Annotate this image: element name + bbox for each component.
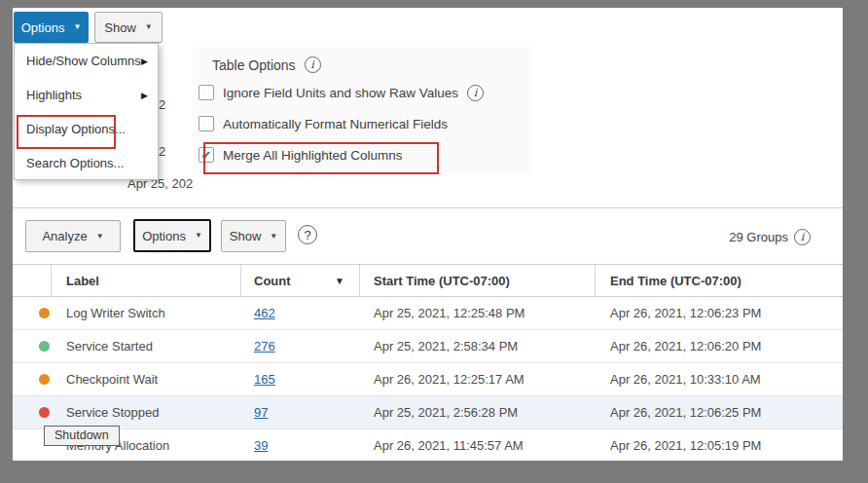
menu-item-label: Hide/Show Columns [26, 54, 141, 68]
table-options-title: Table Options [212, 57, 296, 73]
checkbox-merge-columns[interactable] [199, 147, 214, 163]
cell-label: Service Started [66, 330, 153, 362]
table-row[interactable]: Log Writer Switch462Apr 25, 2021, 12:25:… [13, 297, 843, 330]
menu-item-label: Display Options... [26, 122, 126, 136]
table-row[interactable]: Memory Allocation39Apr 26, 2021, 11:45:5… [13, 429, 843, 461]
checkbox-ignore-field-units[interactable] [199, 85, 214, 100]
sort-descending-icon[interactable]: ▼ [335, 265, 344, 297]
info-icon[interactable]: i [305, 56, 321, 73]
column-header-start-time[interactable]: Start Time (UTC-07:00) [374, 265, 510, 297]
groups-count-label: 29 Groups [729, 230, 788, 244]
options-button-top[interactable]: Options ▼ [14, 12, 89, 43]
count-link[interactable]: 462 [254, 297, 275, 329]
status-dot-icon [39, 374, 50, 385]
table-options-title-row: Table Options i [212, 56, 321, 73]
tooltip: Shutdown [44, 426, 120, 446]
option-row-ignore-field-units: Ignore Field Units and show Raw Values i [199, 84, 484, 101]
table-row[interactable]: Service Stopped97Apr 25, 2021, 2:56:28 P… [13, 396, 843, 429]
info-icon[interactable]: i [467, 85, 484, 101]
analyze-button[interactable]: Analyze ▼ [25, 220, 121, 252]
checkbox-auto-format[interactable] [199, 116, 214, 131]
table-row[interactable]: Service Started276Apr 25, 2021, 2:58:34 … [13, 330, 843, 363]
submenu-arrow-icon: ▶ [141, 91, 148, 100]
cell-start-time: Apr 25, 2021, 2:56:28 PM [374, 396, 518, 428]
table-show-button-label: Show [230, 229, 262, 243]
cell-end-time: Apr 26, 2021, 12:05:19 PM [610, 429, 761, 461]
cell-start-time: Apr 26, 2021, 11:45:57 AM [374, 429, 524, 461]
checkbox-label: Automatically Format Numerical Fields [223, 117, 448, 131]
table-header-row: Label Count ▼ Start Time (UTC-07:00) End… [13, 264, 843, 297]
menu-item-label: Highlights [26, 88, 82, 102]
cell-start-time: Apr 25, 2021, 2:58:34 PM [374, 330, 518, 362]
table-row[interactable]: Checkpoint Wait165Apr 26, 2021, 12:25:17… [13, 363, 843, 396]
cell-end-time: Apr 26, 2021, 12:06:20 PM [610, 330, 761, 362]
table-show-button[interactable]: Show ▼ [221, 220, 286, 252]
analyze-button-label: Analyze [42, 229, 87, 243]
checkbox-label: Ignore Field Units and show Raw Values [223, 86, 458, 100]
screenshot-frame: Options ▼ Show ▼ 2 2 Apr 25, 202 Hide/Sh… [0, 0, 868, 483]
option-row-merge-columns: Merge All Highlighted Columns [199, 146, 403, 164]
column-header-end-time[interactable]: End Time (UTC-07:00) [610, 265, 741, 297]
cell-start-time: Apr 26, 2021, 12:25:17 AM [374, 363, 524, 395]
help-icon[interactable]: ? [298, 225, 317, 244]
content-area: Options ▼ Show ▼ 2 2 Apr 25, 202 Hide/Sh… [13, 8, 843, 461]
groups-indicator: 29 Groups i [729, 229, 811, 245]
show-button-label: Show [104, 20, 136, 35]
menu-item-hide-show-columns[interactable]: Hide/Show Columns ▶ [15, 44, 158, 78]
cell-end-time: Apr 26, 2021, 10:33:10 AM [610, 363, 761, 395]
events-table-section: Analyze ▼ Options ▼ Show ▼ ? 29 Groups i [13, 207, 843, 461]
chevron-down-icon: ▼ [96, 233, 104, 241]
submenu-arrow-icon: ▶ [141, 56, 148, 66]
status-dot-icon [39, 341, 50, 352]
column-separator [595, 265, 596, 297]
option-row-auto-format: Automatically Format Numerical Fields [199, 115, 448, 132]
cell-end-time: Apr 26, 2021, 12:06:25 PM [610, 396, 761, 428]
menu-item-label: Search Options... [26, 156, 124, 170]
column-header-count[interactable]: Count [254, 265, 291, 297]
status-dot-icon [39, 308, 50, 318]
column-header-label[interactable]: Label [66, 265, 99, 297]
cell-end-time: Apr 26, 2021, 12:06:23 PM [610, 297, 761, 329]
cell-label: Service Stopped [66, 396, 159, 428]
cell-start-time: Apr 25, 2021, 12:25:48 PM [374, 297, 524, 329]
checkbox-label: Merge All Highlighted Columns [223, 148, 403, 163]
occluded-table-text: 2 [159, 144, 165, 159]
show-button-top[interactable]: Show ▼ [94, 12, 163, 43]
chevron-down-icon: ▼ [145, 23, 153, 31]
count-link[interactable]: 276 [254, 330, 275, 362]
chevron-down-icon: ▼ [73, 23, 81, 31]
menu-item-highlights[interactable]: Highlights ▶ [15, 78, 158, 112]
table-options-panel: Table Options i Ignore Field Units and s… [193, 47, 531, 173]
status-dot-icon [39, 407, 50, 418]
table-options-button-label: Options [142, 229, 186, 243]
chevron-down-icon: ▼ [270, 233, 277, 241]
count-link[interactable]: 97 [254, 396, 268, 428]
info-icon[interactable]: i [794, 229, 811, 245]
menu-item-display-options[interactable]: Display Options... [15, 112, 158, 146]
column-separator [51, 265, 52, 297]
table-options-button[interactable]: Options ▼ [133, 219, 211, 252]
options-dropdown-menu: Hide/Show Columns ▶ Highlights ▶ Display… [14, 43, 159, 180]
cell-label: Log Writer Switch [66, 297, 165, 329]
menu-item-search-options[interactable]: Search Options... [15, 146, 158, 180]
column-separator [359, 265, 360, 297]
column-separator [240, 265, 241, 297]
chevron-down-icon: ▼ [195, 232, 202, 240]
count-link[interactable]: 165 [254, 363, 275, 395]
occluded-table-text: 2 [159, 97, 165, 112]
cell-label: Checkpoint Wait [66, 363, 158, 395]
count-link[interactable]: 39 [254, 429, 268, 461]
options-button-label: Options [21, 20, 65, 35]
